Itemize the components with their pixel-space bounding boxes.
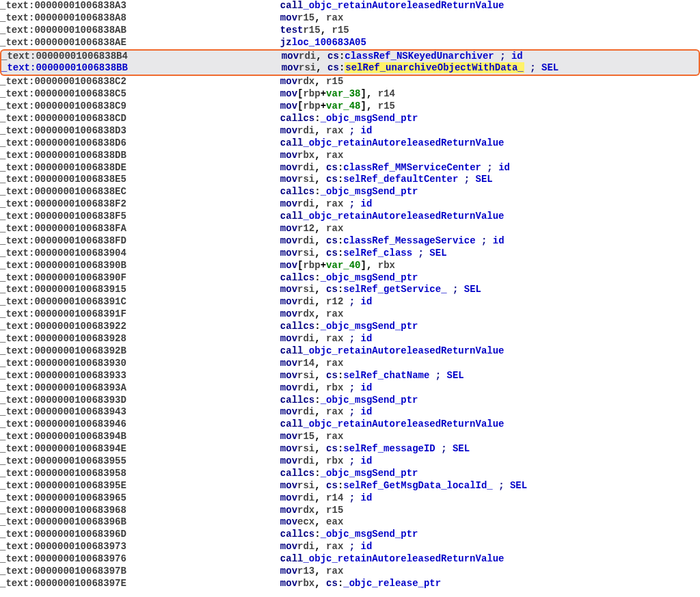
mnemonic-col: mov: [154, 12, 297, 25]
mnemonic-col: mov: [154, 235, 297, 248]
disassembly-row[interactable]: _text:00000001006838FA movr12, rax: [0, 223, 700, 235]
disassembly-row[interactable]: _text:00000001006838C9 mov[rbp+var_48], …: [0, 101, 700, 113]
disassembly-row[interactable]: _text:00000001006838A8 movr15, rax: [0, 12, 700, 25]
disassembly-row[interactable]: _text:000000010068391F movrdx, rax: [0, 308, 700, 321]
disassembly-row[interactable]: _text:0000000100683904 movrsi, cs:selRef…: [0, 248, 700, 260]
disassembly-row[interactable]: _text:0000000100683943 movrdi, rax ; id: [0, 406, 700, 419]
disassembly-row[interactable]: _text:000000010068392B call_objc_retainA…: [0, 345, 700, 358]
operands: r15, rax: [297, 431, 343, 443]
address-label: _text:0000000100683976: [0, 553, 154, 566]
disassembly-row[interactable]: _text:00000001006838D3 movrdi, rax ; id: [0, 125, 700, 137]
mnemonic: call: [280, 345, 304, 356]
disassembly-row[interactable]: _text:000000010068393D callcs:_objc_msgS…: [0, 395, 700, 407]
operands: cs:_objc_msgSend_ptr: [303, 529, 418, 541]
disassembly-row[interactable]: _text:0000000100683955 movrdi, rbx ; id: [0, 455, 700, 468]
disassembly-row[interactable]: _text:00000001006838DB movrbx, rax: [0, 150, 700, 162]
mnemonic: call: [280, 553, 304, 564]
disassembly-row[interactable]: _text:000000010068394B movr15, rax: [0, 431, 700, 443]
disassembly-row[interactable]: _text:000000010068397B movr13, rax: [0, 566, 700, 578]
mnemonic-col: call: [154, 529, 303, 541]
mnemonic: mov: [282, 62, 299, 73]
mnemonic: mov: [280, 505, 297, 516]
address-label: _text:00000001006838E5: [0, 174, 154, 186]
mnemonic-col: mov: [155, 51, 299, 63]
address-label: _text:00000001006838FD: [0, 235, 154, 248]
operands: rdx, r15: [297, 505, 343, 517]
operands: r12, rax: [297, 223, 343, 235]
operands: _objc_retainAutoreleasedReturnValue: [303, 345, 504, 358]
disassembly-row[interactable]: _text:00000001006838D6 call_objc_retainA…: [0, 137, 700, 150]
operands: rdi, cs:classRef_MMServiceCenter ; id: [297, 162, 510, 174]
disassembly-row[interactable]: _text:000000010068394E movrsi, cs:selRef…: [0, 443, 700, 455]
disassembly-row[interactable]: _text:00000001006838F5 call_objc_retainA…: [0, 211, 700, 223]
disassembly-row[interactable]: _text:0000000100683965 movrdi, r14 ; id: [0, 492, 700, 505]
disassembly-row[interactable]: _text:000000010068390F callcs:_objc_msgS…: [0, 272, 700, 284]
disassembly-row[interactable]: _text:000000010068397E movrbx, cs:_objc_…: [0, 578, 700, 590]
disassembly-row[interactable]: _text:000000010068390B mov[rbp+var_40], …: [0, 260, 700, 272]
mnemonic-col: call: [154, 137, 303, 150]
disassembly-row[interactable]: _text:00000001006838F2 movrdi, rax ; id: [0, 198, 700, 211]
operands: rsi, cs:selRef_GetMsgData_localId_ ; SEL: [297, 480, 527, 492]
disassembly-row[interactable]: _text:000000010068396B movecx, eax: [0, 516, 700, 529]
mnemonic-col: call: [154, 113, 303, 125]
operands: rbx, cs:_objc_release_ptr: [297, 578, 441, 590]
operands: [rbp+var_48], r15: [297, 101, 395, 113]
disassembly-row[interactable]: _text:0000000100683933 movrsi, cs:selRef…: [0, 370, 700, 382]
mnemonic-col: call: [154, 345, 303, 358]
mnemonic-col: mov: [154, 431, 297, 443]
disassembly-row[interactable]: _text:00000001006838C5 mov[rbp+var_38], …: [0, 88, 700, 101]
disassembly-row[interactable]: _text:00000001006838AB testr15, r15: [0, 25, 700, 37]
disassembly-row[interactable]: _text:0000000100683973 movrdi, rax ; id: [0, 541, 700, 553]
address-label: _text:000000010068395E: [0, 480, 154, 492]
mnemonic: mov: [280, 248, 297, 258]
disassembly-listing: _text:00000001006838A3 call_objc_retainA…: [0, 0, 700, 590]
mnemonic: mov: [282, 51, 299, 62]
mnemonic-col: mov: [154, 260, 297, 272]
address-label: _text:00000001006838C2: [0, 76, 154, 88]
mnemonic: call: [280, 272, 304, 283]
mnemonic: mov: [280, 455, 297, 466]
mnemonic: mov: [280, 333, 297, 344]
mnemonic: mov: [280, 382, 297, 393]
disassembly-row[interactable]: _text:000000010068391C movrdi, r12 ; id: [0, 296, 700, 308]
operands: _objc_retainAutoreleasedReturnValue: [303, 0, 504, 12]
address-label: _text:0000000100683928: [0, 333, 154, 345]
disassembly-row[interactable]: _text:00000001006838E5 movrsi, cs:selRef…: [0, 174, 700, 186]
address-label: _text:000000010068396D: [0, 529, 154, 541]
disassembly-row[interactable]: _text:000000010068395E movrsi, cs:selRef…: [0, 480, 700, 492]
disassembly-row[interactable]: _text:0000000100683968 movrdx, r15: [0, 505, 700, 517]
disassembly-row[interactable]: _text:00000001006838FD movrdi, cs:classR…: [0, 235, 700, 248]
disassembly-row[interactable]: _text:0000000100683958 callcs:_objc_msgS…: [0, 468, 700, 480]
disassembly-row[interactable]: _text:00000001006838CD callcs:_objc_msgS…: [0, 113, 700, 125]
address-label: _text:0000000100683904: [0, 248, 154, 260]
mnemonic-col: mov: [154, 223, 297, 235]
mnemonic: call: [280, 0, 304, 11]
disassembly-row[interactable]: _text:000000010068396D callcs:_objc_msgS…: [0, 529, 700, 541]
mnemonic-col: mov: [154, 516, 297, 529]
address-label: _text:000000010068391C: [0, 296, 154, 308]
operands: rsi, cs:selRef_class ; SEL: [297, 248, 447, 260]
operands: rdx, rax: [297, 308, 343, 321]
disassembly-row[interactable]: _text:0000000100683930 movr14, rax: [0, 358, 700, 370]
disassembly-row[interactable]: _text:00000001006838DE movrdi, cs:classR…: [0, 162, 700, 174]
disassembly-row[interactable]: _text:0000000100683928 movrdi, rax ; id: [0, 333, 700, 345]
disassembly-row[interactable]: _text:000000010068393A movrdi, rbx ; id: [0, 382, 700, 395]
disassembly-row[interactable]: _text:0000000100683922 callcs:_objc_msgS…: [0, 321, 700, 333]
disassembly-row[interactable]: _text:0000000100683915 movrsi, cs:selRef…: [0, 284, 700, 296]
mnemonic: mov: [280, 260, 297, 271]
disassembly-row[interactable]: _text:00000001006838A3 call_objc_retainA…: [0, 0, 700, 12]
disassembly-row[interactable]: _text:00000001006838B4 movrdi, cs:classR…: [0, 49, 700, 63]
address-label: _text:00000001006838BB: [1, 62, 155, 75]
disassembly-row[interactable]: _text:00000001006838AE jzloc_100683A05: [0, 37, 700, 49]
address-label: _text:00000001006838EC: [0, 186, 154, 198]
disassembly-row[interactable]: _text:0000000100683946 call_objc_retainA…: [0, 419, 700, 431]
disassembly-row-current[interactable]: _text:00000001006838BB movrsi, cs:selRef…: [0, 62, 700, 76]
operands: rsi, cs:selRef_messageID ; SEL: [297, 443, 470, 455]
mnemonic: test: [280, 25, 304, 36]
mnemonic: call: [280, 419, 304, 429]
disassembly-row[interactable]: _text:00000001006838EC callcs:_objc_msgS…: [0, 186, 700, 198]
address-label: _text:00000001006838C5: [0, 88, 154, 101]
disassembly-row[interactable]: _text:00000001006838C2 movrdx, r15: [0, 76, 700, 88]
operands: _objc_retainAutoreleasedReturnValue: [303, 419, 504, 431]
disassembly-row[interactable]: _text:0000000100683976 call_objc_retainA…: [0, 553, 700, 566]
